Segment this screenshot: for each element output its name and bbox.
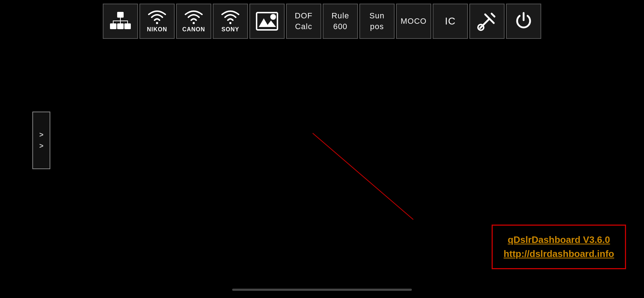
gallery-icon xyxy=(256,12,278,31)
dof-calc-button[interactable]: DOF Calc xyxy=(286,4,321,39)
ic-label: IC xyxy=(445,15,456,27)
toolbar: NIKON CANON SONY xyxy=(0,0,644,42)
svg-rect-8 xyxy=(124,23,131,29)
canon-button[interactable]: CANON xyxy=(176,4,211,39)
svg-rect-5 xyxy=(127,21,128,23)
tools-icon xyxy=(477,12,497,31)
svg-marker-11 xyxy=(266,21,276,27)
svg-line-13 xyxy=(480,19,489,28)
sunpos-label1: Sun xyxy=(369,11,385,21)
rule600-label2: 600 xyxy=(333,22,348,31)
nikon-wifi-icon xyxy=(147,9,167,24)
rule600-button[interactable]: Rule 600 xyxy=(323,4,358,39)
canon-wifi-icon xyxy=(184,9,203,24)
sunpos-label2: pos xyxy=(370,22,384,31)
tools-button[interactable] xyxy=(469,4,505,39)
canon-label: CANON xyxy=(182,26,205,33)
info-box-line2: http://dslrdashboard.info xyxy=(503,247,614,261)
sony-wifi-icon xyxy=(221,9,240,24)
svg-rect-1 xyxy=(120,18,121,21)
svg-line-16 xyxy=(492,14,494,17)
dof-label2: Calc xyxy=(295,22,312,31)
sony-label: SONY xyxy=(221,26,239,33)
power-icon xyxy=(515,12,533,31)
svg-rect-7 xyxy=(117,23,124,29)
ic-button[interactable]: IC xyxy=(433,4,468,39)
scroll-indicator[interactable] xyxy=(232,289,412,291)
rule600-label1: Rule xyxy=(331,11,349,21)
dof-label1: DOF xyxy=(295,11,312,21)
svg-rect-3 xyxy=(113,21,114,23)
svg-rect-0 xyxy=(117,12,124,18)
svg-rect-4 xyxy=(120,21,121,23)
org-icon xyxy=(110,12,131,31)
power-button[interactable] xyxy=(506,4,541,39)
sony-button[interactable]: SONY xyxy=(213,4,248,39)
side-panel-arrow-2: > xyxy=(39,142,43,150)
moco-button[interactable]: MOCO xyxy=(396,4,431,39)
svg-rect-6 xyxy=(110,23,116,29)
side-panel[interactable]: > > xyxy=(32,112,50,169)
moco-label: MOCO xyxy=(401,17,427,26)
org-button[interactable] xyxy=(103,4,138,39)
info-box: qDslrDashboard V3.6.0 http://dslrdashboa… xyxy=(492,225,626,269)
nikon-label: NIKON xyxy=(147,26,167,33)
svg-point-12 xyxy=(270,14,276,20)
sunpos-button[interactable]: Sun pos xyxy=(359,4,395,39)
info-box-line1: qDslrDashboard V3.6.0 xyxy=(503,233,614,247)
gallery-button[interactable] xyxy=(249,4,285,39)
nikon-button[interactable]: NIKON xyxy=(139,4,175,39)
svg-line-18 xyxy=(313,133,413,220)
side-panel-arrow-1: > xyxy=(39,131,43,139)
